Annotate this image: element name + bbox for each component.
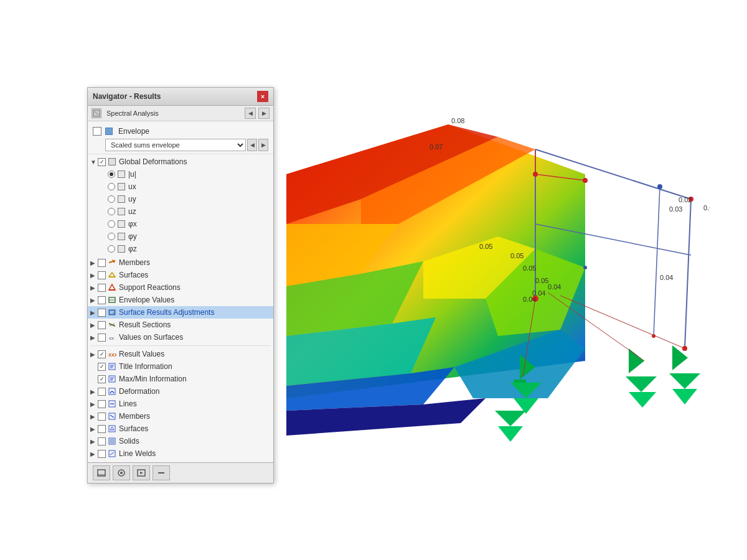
title-info-checkbox[interactable] — [98, 363, 106, 371]
ux-icon — [116, 182, 126, 192]
label-05b: 0.05 — [510, 252, 524, 259]
prev-analysis-button[interactable]: ◀ — [245, 108, 256, 119]
support-checkbox[interactable] — [98, 284, 106, 292]
svg-line-35 — [110, 452, 114, 455]
surfaces-checkbox[interactable] — [98, 271, 106, 279]
expand-solids[interactable]: ▶ — [90, 438, 98, 445]
label-02b: 0.02 — [679, 196, 692, 203]
envelope-values-item[interactable]: ▶ Envelope Values — [88, 294, 273, 306]
expand-values-surfaces[interactable]: ▶ — [90, 334, 98, 341]
global-deformations-checkbox[interactable] — [98, 158, 106, 166]
result-sections-item[interactable]: ▶ Result Sections — [88, 319, 273, 331]
expand-line-welds[interactable]: ▶ — [90, 450, 98, 457]
surfaces-display-icon — [107, 424, 117, 434]
deform-uy-item[interactable]: uy — [98, 193, 273, 205]
radio-phix[interactable] — [108, 220, 115, 228]
separator-button[interactable] — [153, 465, 170, 480]
maxmin-information-item[interactable]: Max/Min Information — [88, 373, 273, 385]
expand-deformation[interactable]: ▶ — [90, 388, 98, 395]
line-welds-label: Line Welds — [119, 449, 156, 458]
support-bl — [495, 411, 526, 426]
result-values-checkbox[interactable] — [98, 350, 106, 358]
deform-u-item[interactable]: |u| — [98, 168, 273, 180]
radio-phiy[interactable] — [108, 233, 115, 240]
support-reactions-label: Support Reactions — [119, 283, 181, 292]
surface-results-adj-item[interactable]: ▶ Surface Results Adjustments — [88, 306, 273, 319]
radio-uz[interactable] — [108, 208, 115, 215]
result-sections-checkbox[interactable] — [98, 321, 106, 329]
members-display-checkbox[interactable] — [98, 413, 106, 421]
line-welds-checkbox[interactable] — [98, 450, 106, 458]
solids-item[interactable]: ▶ Solids — [88, 435, 273, 447]
values-on-surfaces-item[interactable]: ▶ xx Values on Surfaces — [88, 331, 273, 343]
envelope-dropdown[interactable]: Scaled sums envelope SRSS envelope — [105, 139, 246, 151]
uz-icon — [116, 207, 126, 217]
solids-icon — [107, 436, 117, 446]
expand-support[interactable]: ▶ — [90, 284, 98, 291]
deformation-checkbox[interactable] — [98, 388, 106, 396]
label-02a: 0.02 — [703, 204, 710, 212]
surface-adj-checkbox[interactable] — [98, 309, 106, 317]
u-icon — [116, 169, 126, 179]
support-reactions-item[interactable]: ▶ Support Reactions — [88, 281, 273, 294]
surfaces-item[interactable]: ▶ Surfaces — [88, 269, 273, 281]
expand-members[interactable]: ▶ — [90, 259, 98, 266]
deform-phiz-item[interactable]: φz — [98, 243, 273, 255]
result-sections-icon — [107, 320, 117, 330]
values-surfaces-checkbox[interactable] — [98, 334, 106, 342]
expand-surfaces-display[interactable]: ▶ — [90, 426, 98, 432]
radio-uy[interactable] — [108, 195, 115, 203]
members-display-item[interactable]: ▶ Members — [88, 410, 273, 422]
label-05d: 0.05 — [535, 277, 548, 284]
envelope-checkbox[interactable] — [93, 127, 101, 136]
view-button[interactable] — [113, 465, 130, 480]
members-checkbox[interactable] — [98, 259, 106, 267]
expand-envelope-values[interactable]: ▶ — [90, 297, 98, 304]
envelope-next-btn[interactable]: ▶ — [258, 139, 268, 151]
surfaces-display-checkbox[interactable] — [98, 425, 106, 433]
radio-phiz[interactable] — [108, 245, 115, 253]
deformation-item[interactable]: ▶ Deformation — [88, 385, 273, 398]
svg-text:xxx: xxx — [108, 352, 116, 358]
deform-uz-item[interactable]: uz — [98, 205, 273, 218]
label-03a: 0.03 — [669, 205, 682, 213]
close-button[interactable]: × — [257, 91, 268, 102]
phiy-label: φy — [128, 232, 137, 241]
deform-phiy-item[interactable]: φy — [98, 230, 273, 243]
expand-result-sections[interactable]: ▶ — [90, 322, 98, 329]
surfaces-display-item[interactable]: ▶ Surfaces — [88, 422, 273, 435]
toolbar-label: Spectral Analysis — [104, 110, 242, 117]
radio-u[interactable] — [108, 170, 115, 178]
lines-label: Lines — [119, 399, 137, 408]
main-canvas: 0.08 0.07 0.05 0.05 0.05 0.05 0.04 0.04 … — [0, 0, 747, 560]
expand-surface-adj[interactable]: ▶ — [90, 309, 98, 316]
animation-button[interactable] — [133, 465, 150, 480]
result-values-item[interactable]: ▶ xxx Result Values — [88, 348, 273, 360]
next-analysis-button[interactable]: ▶ — [258, 108, 270, 119]
lines-item[interactable]: ▶ Lines — [88, 398, 273, 410]
deform-phix-item[interactable]: φx — [98, 218, 273, 230]
toolbar-icon[interactable] — [92, 108, 101, 118]
expand-surfaces[interactable]: ▶ — [90, 272, 98, 279]
deform-ux-item[interactable]: ux — [98, 180, 273, 193]
maxmin-checkbox[interactable] — [98, 375, 106, 383]
expand-arrow-global[interactable]: ▼ — [90, 159, 98, 166]
solids-checkbox[interactable] — [98, 437, 106, 446]
members-item[interactable]: ▶ Members — [88, 256, 273, 269]
title-information-item[interactable]: Title Information — [88, 360, 273, 373]
global-deformations-item[interactable]: ▼ Global Deformations — [88, 156, 273, 168]
members-display-label: Members — [119, 412, 150, 421]
radio-ux[interactable] — [108, 183, 115, 190]
support-cone-bl — [498, 426, 523, 442]
envelope-section: Envelope Scaled sums envelope SRSS envel… — [88, 124, 273, 154]
label-05a: 0.05 — [479, 243, 492, 250]
expand-lines[interactable]: ▶ — [90, 401, 98, 408]
line-welds-item[interactable]: ▶ Line Welds — [88, 447, 273, 460]
joint5 — [682, 346, 687, 351]
expand-members-display[interactable]: ▶ — [90, 413, 98, 420]
display-button[interactable] — [93, 465, 110, 480]
envelope-values-checkbox[interactable] — [98, 296, 106, 304]
lines-checkbox[interactable] — [98, 400, 106, 408]
expand-result-values[interactable]: ▶ — [90, 351, 98, 358]
envelope-prev-btn[interactable]: ◀ — [247, 139, 257, 151]
